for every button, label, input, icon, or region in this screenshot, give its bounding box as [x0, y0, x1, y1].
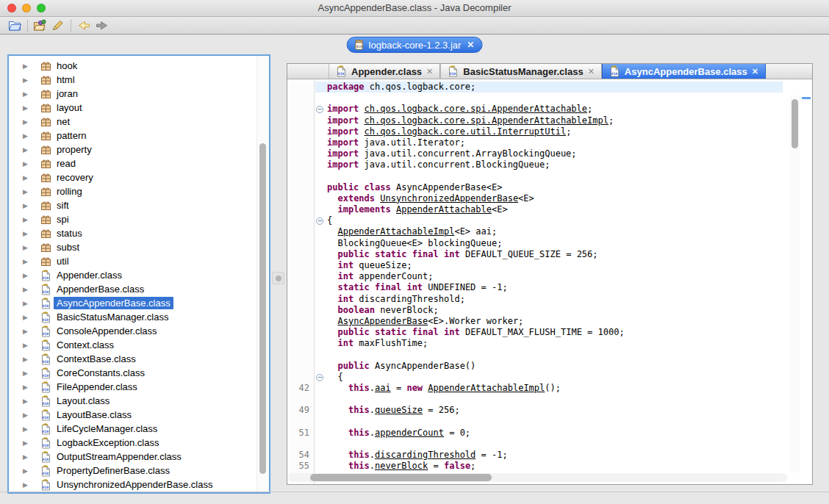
disclosure-triangle-icon[interactable]: ▶ — [23, 160, 31, 168]
disclosure-triangle-icon[interactable]: ▶ — [23, 174, 31, 181]
tree-item-subst[interactable]: ▶subst — [9, 240, 256, 254]
tree-item-layout-class[interactable]: ▶010Layout.class — [9, 394, 256, 408]
code-line[interactable]: import ch.qos.logback.core.spi.AppenderA… — [315, 115, 783, 126]
code-line[interactable]: import java.util.concurrent.BlockingQueu… — [315, 159, 783, 170]
code-link[interactable]: AppenderAttachableImpl — [428, 383, 545, 393]
code-line[interactable]: int maxFlushTime; — [315, 338, 783, 349]
code-line[interactable]: public AsyncAppenderBase() — [315, 361, 783, 372]
archive-tab[interactable]: 010 logback-core-1.2.3.jar ✕ — [347, 37, 483, 53]
code-link[interactable]: ch.qos.logback.core.util.InterruptUtil — [365, 126, 567, 137]
code-line[interactable]: boolean neverBlock; — [315, 305, 783, 316]
close-window-button[interactable] — [7, 4, 16, 12]
disclosure-triangle-icon[interactable]: ▶ — [23, 481, 31, 489]
code-line[interactable]: this.aai = new AppenderAttachableImpl(); — [315, 383, 783, 394]
forward-arrow-icon[interactable] — [93, 18, 110, 33]
disclosure-triangle-icon[interactable]: ▶ — [23, 118, 31, 126]
code-line[interactable] — [315, 93, 783, 104]
code-link[interactable]: UnsynchronizedAppenderBase — [380, 193, 518, 204]
disclosure-triangle-icon[interactable]: ▶ — [23, 76, 31, 84]
tree-item-fileappender-class[interactable]: ▶010FileAppender.class — [9, 380, 256, 394]
disclosure-triangle-icon[interactable]: ▶ — [23, 62, 31, 70]
disclosure-triangle-icon[interactable]: ▶ — [23, 425, 31, 433]
tab-close-icon[interactable]: ✕ — [752, 67, 758, 76]
code-line[interactable]: AsyncAppenderBase<E>.Worker worker; — [315, 316, 783, 327]
tree-item-logbackexception-class[interactable]: ▶010LogbackException.class — [9, 436, 256, 450]
editor-tab-appender-class[interactable]: 010Appender.class✕ — [329, 64, 440, 79]
code-link[interactable]: appenderCount — [375, 428, 444, 438]
open-type-icon[interactable] — [32, 18, 49, 33]
code-line[interactable]: this.appenderCount = 0; — [315, 428, 783, 439]
code-line[interactable]: int discardingThreshold; — [315, 294, 783, 305]
tree-item-consoleappender-class[interactable]: ▶010ConsoleAppender.class — [9, 324, 256, 338]
tree-item-layout[interactable]: ▶layout — [9, 101, 256, 115]
code-line[interactable]: AppenderAttachableImpl<E> aai; — [315, 226, 783, 237]
code-link[interactable]: AsyncAppenderBase — [337, 316, 428, 326]
horizontal-scrollbar[interactable] — [288, 473, 787, 482]
disclosure-triangle-icon[interactable]: ▶ — [23, 104, 31, 112]
code-line[interactable] — [315, 417, 783, 428]
tree-item-property[interactable]: ▶property — [9, 143, 256, 156]
disclosure-triangle-icon[interactable]: ▶ — [23, 90, 31, 98]
tree-item-recovery[interactable]: ▶recovery — [9, 170, 256, 184]
code-line[interactable]: public static final int DEFAULT_QUEUE_SI… — [315, 249, 783, 260]
code-line[interactable]: BlockingQueue<E> blockingQueue; — [315, 238, 783, 249]
tree-item-outputstreamappender-class[interactable]: ▶010OutputStreamAppender.class — [9, 450, 256, 464]
code-line[interactable]: − { — [315, 372, 783, 383]
code-line[interactable] — [315, 171, 783, 182]
code-line[interactable] — [315, 350, 783, 361]
tree-item-contextbase-class[interactable]: ▶010ContextBase.class — [9, 352, 256, 366]
zoom-window-button[interactable] — [37, 4, 46, 12]
horizontal-scrollbar-thumb[interactable] — [310, 474, 492, 481]
code-line[interactable]: public class AsyncAppenderBase<E> — [315, 182, 783, 193]
code-line[interactable]: public static final int DEFAULT_MAX_FLUS… — [315, 327, 783, 338]
disclosure-triangle-icon[interactable]: ▶ — [23, 467, 31, 475]
tree-item-rolling[interactable]: ▶rolling — [9, 184, 256, 198]
disclosure-triangle-icon[interactable]: ▶ — [23, 286, 31, 293]
code-line[interactable]: int queueSize; — [315, 260, 783, 271]
code-link[interactable]: AppenderAttachableImpl — [337, 226, 454, 237]
tree-item-joran[interactable]: ▶joran — [9, 87, 256, 101]
editor-tab-basicstatusmanager-class[interactable]: 010BasicStatusManager.class✕ — [440, 64, 602, 79]
code-editor[interactable]: package ch.qos.logback.core;−import ch.q… — [315, 79, 783, 484]
code-line[interactable]: static final int UNDEFINED = -1; — [315, 282, 783, 293]
disclosure-triangle-icon[interactable]: ▶ — [23, 146, 31, 154]
tree-item-propertydefinerbase-class[interactable]: ▶010PropertyDefinerBase.class — [9, 464, 256, 478]
code-link[interactable]: AppenderAttachable — [396, 204, 492, 215]
tree-item-net[interactable]: ▶net — [9, 115, 256, 129]
tree-item-sift[interactable]: ▶sift — [9, 198, 256, 212]
fold-marker-icon[interactable]: − — [316, 374, 323, 381]
tree-item-hook[interactable]: ▶hook — [9, 59, 256, 73]
open-folder-icon[interactable] — [6, 18, 24, 33]
code-line[interactable]: import java.util.Iterator; — [315, 137, 783, 148]
code-line[interactable]: package ch.qos.logback.core; — [315, 82, 783, 93]
code-line[interactable]: implements AppenderAttachable<E> — [315, 204, 783, 215]
code-link[interactable]: ch.qos.logback.core.spi.AppenderAttachab… — [365, 115, 609, 126]
code-link[interactable]: neverBlock — [375, 461, 428, 471]
archive-tab-close-icon[interactable]: ✕ — [467, 40, 474, 50]
disclosure-triangle-icon[interactable]: ▶ — [23, 453, 31, 461]
disclosure-triangle-icon[interactable]: ▶ — [23, 384, 31, 391]
disclosure-triangle-icon[interactable]: ▶ — [23, 397, 31, 405]
vertical-scrollbar[interactable] — [789, 96, 800, 472]
disclosure-triangle-icon[interactable]: ▶ — [23, 328, 31, 335]
disclosure-triangle-icon[interactable]: ▶ — [23, 132, 31, 140]
disclosure-triangle-icon[interactable]: ▶ — [23, 230, 31, 237]
tab-close-icon[interactable]: ✕ — [426, 67, 433, 76]
disclosure-triangle-icon[interactable]: ▶ — [23, 439, 31, 447]
tree-item-layoutbase-class[interactable]: ▶010LayoutBase.class — [9, 408, 256, 422]
disclosure-triangle-icon[interactable]: ▶ — [23, 314, 31, 321]
tree-item-appender-class[interactable]: ▶010Appender.class — [9, 268, 256, 282]
disclosure-triangle-icon[interactable]: ▶ — [23, 411, 31, 419]
tree-scrollbar[interactable] — [256, 56, 269, 492]
code-link[interactable]: ch.qos.logback.core.spi.AppenderAttachab… — [365, 104, 587, 114]
tree-item-context-class[interactable]: ▶010Context.class — [9, 338, 256, 352]
disclosure-triangle-icon[interactable]: ▶ — [23, 188, 31, 195]
code-link[interactable]: discardingThreshold — [375, 450, 475, 460]
code-line[interactable] — [315, 439, 783, 450]
code-line[interactable]: int appenderCount; — [315, 271, 783, 282]
tree-item-asyncappenderbase-class[interactable]: ▶010AsyncAppenderBase.class — [9, 296, 256, 310]
code-link[interactable]: aai — [375, 383, 391, 393]
tab-close-icon[interactable]: ✕ — [588, 67, 595, 76]
fold-marker-icon[interactable]: − — [316, 106, 323, 113]
tree-item-appenderbase-class[interactable]: ▶010AppenderBase.class — [9, 282, 256, 296]
